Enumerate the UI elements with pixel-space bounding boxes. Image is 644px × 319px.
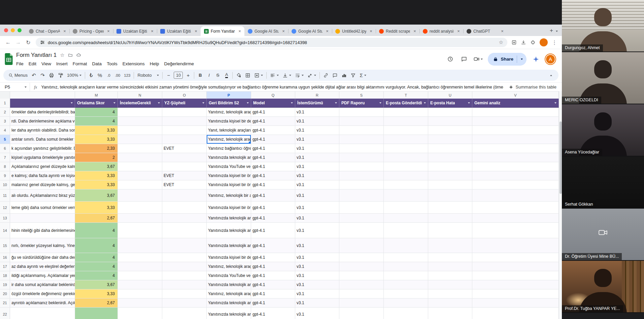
cell-response[interactable]: rdi. Daha derinlemesine açıklama ve [10,117,75,126]
menu-help[interactable]: Help [147,61,162,67]
cell-model[interactable]: gpt-4.1 [251,144,295,153]
cell-response[interactable]: malarınız genel düzeyde kalmış, gere [10,180,75,189]
cell-email-sent[interactable] [384,135,428,144]
cell-pdf[interactable] [339,117,384,126]
paint-format-button[interactable] [56,71,65,80]
cell-version[interactable]: v3.1 [295,253,339,262]
menu-extensions[interactable]: Extensions [120,61,147,67]
cell-model[interactable]: gpt-4.1 [251,262,295,271]
cell-score[interactable]: 2,67 [75,214,118,223]
meet-button[interactable] [473,56,483,62]
format-percent-button[interactable]: % [96,71,104,80]
cell-email-error[interactable] [428,280,472,289]
row-number[interactable]: 22 [0,308,10,319]
cell-yz[interactable] [162,280,207,289]
print-button[interactable] [47,71,56,80]
cell-feedback[interactable]: Yanıtınızda teknolojik ar [207,308,251,319]
cell-email-error[interactable] [428,162,472,171]
version-history-icon[interactable] [446,55,454,64]
cell-email-sent[interactable] [384,238,428,253]
cell-version[interactable]: v3.1 [295,214,339,223]
cell-inceleme[interactable] [118,162,162,171]
cell-feedback[interactable]: Yanıtınızda kişisel bir de [207,253,251,262]
decrease-decimals-button[interactable]: .0 [104,71,113,80]
text-color-button[interactable]: A [222,71,231,80]
cell-yz[interactable] [162,253,207,262]
cell-model[interactable]: gpt-4.1 [251,271,295,280]
cell-score[interactable]: 3,67 [75,162,118,171]
cell-yz[interactable]: EVET [162,180,207,189]
text-wrap-button[interactable] [293,71,305,80]
profile-avatar[interactable] [540,38,548,46]
fullscreen-window-button[interactable] [18,28,22,32]
cell-feedback[interactable]: Yanıtınız, teknolojik bir a [207,189,251,202]
filter-caret-icon[interactable] [158,102,160,104]
scrollbar-thumb[interactable] [560,121,562,194]
cell-version[interactable]: v3.1 [295,280,339,289]
column-letter-partial[interactable] [10,92,75,99]
cell-feedback[interactable]: Yanıtınızda teknolojik ar [207,280,251,289]
cell-yz[interactable] [162,308,207,319]
cell-yz[interactable] [162,271,207,280]
menu-view[interactable]: View [39,61,54,67]
decrease-font-size-button[interactable]: − [164,71,173,80]
tab-close-icon[interactable]: × [412,29,417,34]
cell-email-error[interactable] [428,271,472,280]
cell-response[interactable]: ir daha somut açıklamalar beklenird [10,280,75,289]
cell-yz[interactable] [162,135,207,144]
cell-yz[interactable] [162,238,207,253]
insert-chart-button[interactable] [340,71,348,80]
cell-response[interactable]: özgül örneklerle değinmeniz gerekir [10,289,75,298]
cell-email-error[interactable] [428,171,472,180]
column-letter-T[interactable]: T [384,92,428,99]
share-caret-icon[interactable] [517,59,527,60]
merge-cells-button[interactable] [252,71,265,80]
cell-inceleme[interactable] [118,126,162,135]
tab-close-icon[interactable]: × [325,29,330,34]
cell-version[interactable]: v3.1 [295,126,339,135]
cell-version[interactable]: v3.1 [295,189,339,202]
cell-score[interactable]: 2 [75,153,118,162]
filter-caret-icon[interactable] [291,102,293,104]
menu-de-erlendirme[interactable]: Değerlendirme [162,61,196,67]
participant-tile[interactable]: Dr. Öğretim Üyesi Mine BÜ... [562,209,644,261]
filter-caret-icon[interactable] [247,102,249,104]
cell-version[interactable]: v3.1 [295,308,339,319]
cell-email-error[interactable] [428,126,472,135]
cell-yz[interactable] [162,153,207,162]
cell-model[interactable]: gpt-4.1 [251,280,295,289]
cell-gemini[interactable] [472,262,559,271]
cloud-status-icon[interactable] [76,52,81,58]
cell-response[interactable]: antılar sınırlı. Daha somut örnekler ve [10,135,75,144]
cell-yz[interactable] [162,214,207,223]
cell-inceleme[interactable] [118,289,162,298]
cell-model[interactable]: gpt-4.1 [251,108,295,117]
cell-feedback[interactable]: Yanıt, teknolojik araçları [207,126,251,135]
cell-feedback[interactable]: Yanıtınızda kişisel bir ör [207,180,251,189]
bookmark-star-icon[interactable]: ☆ [499,39,503,45]
menus-search-button[interactable]: Menus [7,71,29,80]
cell-email-error[interactable] [428,289,472,298]
cell-response[interactable]: örnekler daha derinleştirilebilirdi; ba [10,108,75,117]
cell-model[interactable]: gpt-4.1 [251,135,295,144]
row-number[interactable]: 12 [0,202,10,214]
row-number[interactable]: 13 [0,214,10,223]
zoom-select[interactable]: 100% [65,71,83,80]
menu-insert[interactable]: Insert [54,61,70,67]
forward-button[interactable]: → [13,38,23,47]
cell-model[interactable]: gpt-4.1 [251,308,295,319]
cell-response[interactable]: k açısından yanıtınız geliştirilebilir. … [10,144,75,153]
document-title[interactable]: Form Yanıtları 1 [16,52,57,59]
cell-response[interactable]: kişisel uygulama örnekleriyle yanıtınız [10,153,75,162]
column-header-P[interactable]: Geri Bildirim S2 [207,99,251,108]
cell-gemini[interactable] [472,180,559,189]
participant-tile[interactable]: Serhat Gökkan [562,156,644,209]
cell-inceleme[interactable] [118,214,162,223]
cell-feedback[interactable]: Yanıtınızda kişisel bir ör [207,171,251,180]
cell-feedback[interactable]: Yanıtınızda teknolojik ar [207,223,251,238]
cell-score[interactable]: 4 [75,223,118,238]
cell-yz[interactable] [162,202,207,214]
bold-button[interactable]: B [196,71,204,80]
cell-feedback[interactable]: Yanıtınızda teknolojik ar [207,298,251,308]
comments-icon[interactable] [460,55,468,64]
